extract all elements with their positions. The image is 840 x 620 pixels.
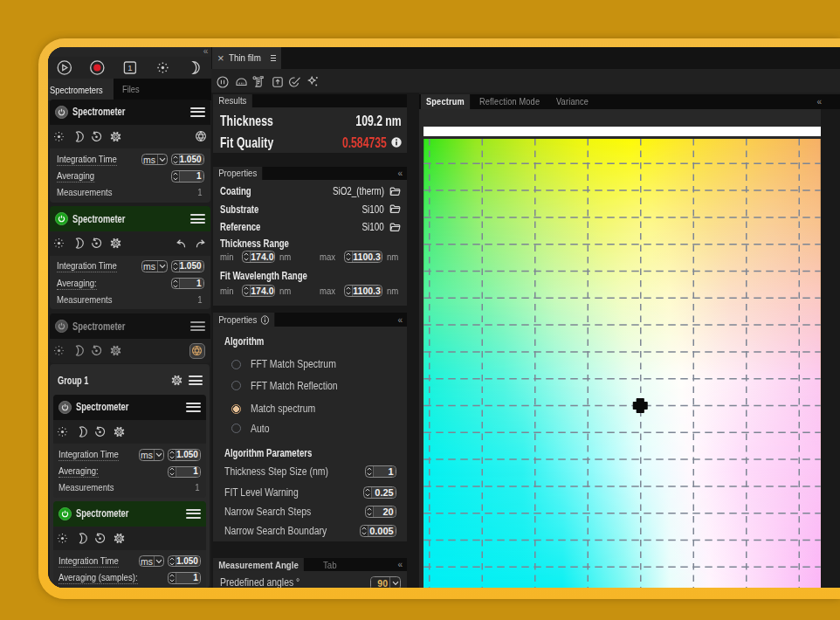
svg-text:1: 1 [127,63,132,72]
